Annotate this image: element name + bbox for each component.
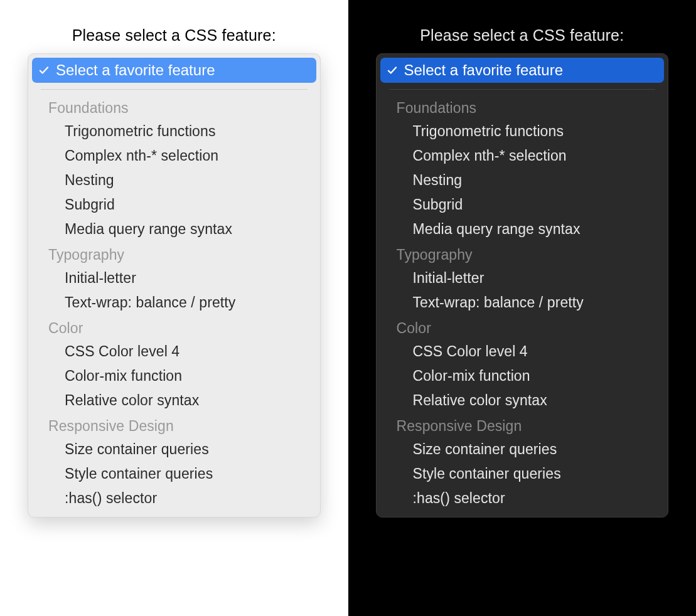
select-option[interactable]: Initial-letter: [32, 266, 316, 290]
select-dropdown-popup[interactable]: Select a favorite feature FoundationsTri…: [28, 53, 321, 518]
dark-mode-panel: Please select a CSS feature: Select a fa…: [348, 0, 697, 616]
select-dropdown-popup[interactable]: Select a favorite feature FoundationsTri…: [376, 53, 669, 518]
select-option[interactable]: Color-mix function: [380, 364, 665, 388]
select-option[interactable]: Complex nth-* selection: [380, 144, 665, 168]
select-option[interactable]: Subgrid: [380, 193, 665, 217]
option-group-header: Foundations: [32, 95, 316, 119]
option-group-header: Foundations: [380, 95, 665, 119]
prompt-label: Please select a CSS feature:: [420, 26, 624, 45]
option-groups-container: FoundationsTrigonometric functionsComple…: [32, 95, 316, 511]
option-group-header: Typography: [380, 242, 665, 266]
select-option[interactable]: Text-wrap: balance / pretty: [32, 290, 316, 315]
select-option[interactable]: Size container queries: [32, 437, 316, 462]
select-option[interactable]: Style container queries: [32, 462, 316, 486]
separator: [41, 89, 308, 90]
option-groups-container: FoundationsTrigonometric functionsComple…: [380, 95, 665, 511]
separator: [389, 89, 656, 90]
selected-option-label: Select a favorite feature: [404, 61, 563, 79]
option-group-header: Color: [32, 315, 316, 339]
select-option[interactable]: CSS Color level 4: [32, 339, 316, 364]
select-option[interactable]: Trigonometric functions: [380, 119, 665, 144]
selected-option-row[interactable]: Select a favorite feature: [32, 58, 316, 83]
select-option[interactable]: Style container queries: [380, 462, 665, 486]
select-option[interactable]: Size container queries: [380, 437, 665, 462]
select-option[interactable]: Color-mix function: [32, 364, 316, 388]
select-option[interactable]: Nesting: [32, 168, 316, 193]
select-option[interactable]: Initial-letter: [380, 266, 665, 290]
select-option[interactable]: Nesting: [380, 168, 665, 193]
select-option[interactable]: :has() selector: [380, 486, 665, 511]
select-option[interactable]: Media query range syntax: [380, 217, 665, 242]
prompt-label: Please select a CSS feature:: [72, 26, 276, 45]
select-option[interactable]: :has() selector: [32, 486, 316, 511]
select-option[interactable]: Relative color syntax: [380, 388, 665, 413]
select-option[interactable]: Complex nth-* selection: [32, 144, 316, 168]
selected-option-label: Select a favorite feature: [56, 61, 215, 79]
option-group-header: Responsive Design: [32, 413, 316, 437]
selected-option-row[interactable]: Select a favorite feature: [380, 58, 665, 83]
select-option[interactable]: Text-wrap: balance / pretty: [380, 290, 665, 315]
option-group-header: Responsive Design: [380, 413, 665, 437]
select-option[interactable]: CSS Color level 4: [380, 339, 665, 364]
select-option[interactable]: Relative color syntax: [32, 388, 316, 413]
check-icon: [38, 65, 50, 76]
select-option[interactable]: Subgrid: [32, 193, 316, 217]
select-option[interactable]: Media query range syntax: [32, 217, 316, 242]
option-group-header: Color: [380, 315, 665, 339]
check-icon: [387, 65, 398, 76]
light-mode-panel: Please select a CSS feature: Select a fa…: [0, 0, 348, 616]
select-option[interactable]: Trigonometric functions: [32, 119, 316, 144]
option-group-header: Typography: [32, 242, 316, 266]
